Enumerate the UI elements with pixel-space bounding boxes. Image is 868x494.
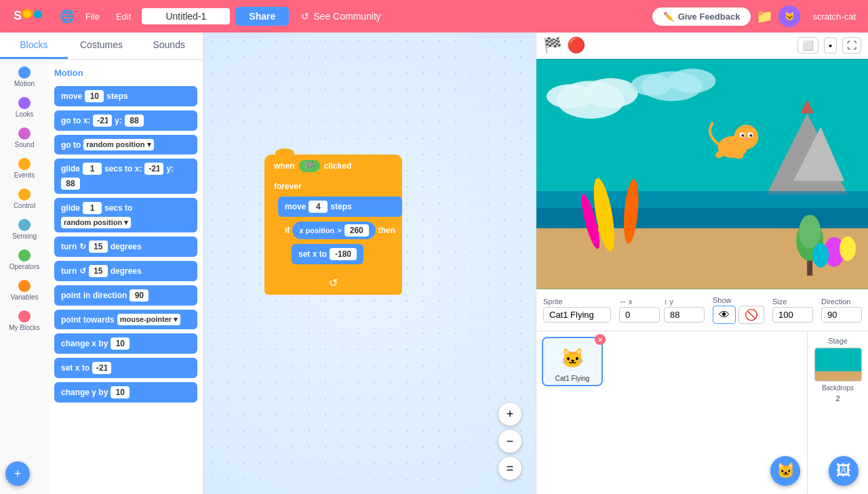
show-buttons: 👁 🚫 [713, 306, 764, 324]
edit-menu-button[interactable]: Edit [111, 9, 136, 24]
add-backdrop-button[interactable]: 🖼 [829, 456, 859, 486]
stage-fullscreen-button[interactable]: ⛶ [842, 37, 861, 54]
stage-thumbnail[interactable] [814, 348, 862, 382]
stop-button[interactable]: 🔴 [567, 37, 585, 54]
turn-cw-input[interactable] [89, 241, 108, 253]
block-point-direction[interactable]: point in direction [54, 285, 197, 306]
glide-x-input[interactable] [144, 163, 163, 175]
svg-point-3 [42, 12, 47, 17]
sidebar-item-motion[interactable]: Motion [3, 62, 46, 91]
sidebar-item-control[interactable]: Control [3, 184, 46, 213]
green-flag-button[interactable]: 🏁 [543, 37, 561, 54]
blocks-list: Motion move steps go to x: y: go to [49, 60, 203, 494]
sidebar-item-events[interactable]: Events [3, 154, 46, 183]
block-glide-pos[interactable]: glide secs to random position ▾ [54, 198, 197, 232]
cat-icon: 🐱 [776, 462, 795, 480]
point-towards-dropdown[interactable]: mouse-pointer ▾ [117, 314, 180, 325]
change-x-input[interactable] [111, 337, 130, 350]
tab-sounds[interactable]: Sounds [135, 33, 203, 59]
sprite-direction-input[interactable] [821, 307, 862, 323]
tab-costumes[interactable]: Costumes [68, 33, 136, 59]
move-block[interactable]: move steps [278, 197, 402, 217]
block-change-x[interactable]: change x by [54, 333, 197, 354]
condition-value-input[interactable] [344, 224, 369, 236]
sprite-size-input[interactable] [772, 307, 813, 323]
myblocks-label: My Blocks [9, 324, 40, 331]
block-glide-xy[interactable]: glide secs to x: y: [54, 159, 197, 194]
project-title-input[interactable] [142, 8, 230, 24]
scratch-logo[interactable]: S [5, 2, 54, 31]
block-turn-ccw[interactable]: turn ↺ degrees [54, 261, 197, 281]
see-community-button[interactable]: ↺ See Community [294, 8, 388, 24]
block-point-towards[interactable]: point towards mouse-pointer ▾ [54, 310, 197, 329]
sidebar-item-sound[interactable]: Sound [3, 123, 46, 152]
see-community-label: See Community [313, 11, 381, 22]
glide-y-input[interactable] [61, 178, 80, 190]
forever-block[interactable]: forever [264, 178, 402, 195]
looks-dot [18, 97, 31, 109]
stage-preview [536, 59, 868, 289]
block-turn-cw[interactable]: turn ↻ degrees [54, 236, 197, 257]
sync-icon: ↺ [301, 11, 309, 22]
if-header[interactable]: if x position > then [278, 218, 402, 243]
turn-ccw-input[interactable] [89, 265, 108, 277]
block-go-to[interactable]: go to random position ▾ [54, 135, 197, 155]
sprite-close-button[interactable]: ✕ [595, 334, 606, 345]
stage-small-mode-button[interactable]: ⬜ [797, 37, 818, 54]
add-extension-button[interactable]: + [5, 461, 30, 486]
hide-button[interactable]: 🚫 [738, 306, 764, 324]
zoom-in-button[interactable]: + [498, 402, 522, 426]
add-sprite-button[interactable]: 🐱 [770, 456, 800, 486]
sidebar-item-sensing[interactable]: Sensing [3, 215, 46, 244]
set-x-block[interactable]: set x to [292, 244, 363, 264]
share-button[interactable]: Share [235, 7, 289, 26]
give-feedback-button[interactable]: ✏️ Give Feedback [652, 7, 751, 26]
block-move-steps[interactable]: move steps [54, 86, 197, 106]
condition-block[interactable]: x position > [292, 222, 375, 239]
sprite-y-input[interactable] [664, 307, 705, 323]
sprite-xy-section: ↔ x ↕ y [619, 297, 705, 323]
folder-button[interactable]: 📁 [756, 8, 773, 24]
show-button[interactable]: 👁 [713, 306, 736, 324]
sprite-x-input[interactable] [619, 307, 660, 323]
username-button[interactable]: scratch-cat [806, 9, 863, 24]
script-container: when 🏁 clicked forever [264, 155, 402, 295]
glide2-secs-input[interactable] [83, 202, 102, 214]
globe-button[interactable]: 🌐 [60, 9, 75, 24]
go-y-input[interactable] [125, 115, 144, 127]
go-x-input[interactable] [93, 115, 112, 127]
move-steps-script-input[interactable] [309, 201, 328, 213]
zoom-out-button[interactable]: − [498, 429, 522, 453]
move-steps-input[interactable] [85, 90, 104, 102]
svg-point-7 [547, 84, 594, 108]
set-x-script-input[interactable] [330, 248, 357, 260]
glide-pos-dropdown[interactable]: random position ▾ [61, 217, 131, 228]
sidebar-item-looks[interactable]: Looks [3, 93, 46, 122]
if-body: set x to [278, 243, 402, 266]
operators-dot [18, 249, 31, 262]
zoom-reset-button[interactable]: = [498, 456, 522, 480]
variables-dot [18, 280, 31, 292]
hat-block[interactable]: when 🏁 clicked [264, 155, 402, 178]
sidebar-item-operators[interactable]: Operators [3, 245, 46, 274]
sidebar-item-myblocks[interactable]: My Blocks [3, 306, 46, 335]
block-set-x[interactable]: set x to [54, 358, 197, 378]
svg-point-27 [734, 125, 758, 149]
block-go-to-xy[interactable]: go to x: y: [54, 110, 197, 131]
block-change-y[interactable]: change y by [54, 382, 197, 403]
glide-secs-input[interactable] [83, 163, 102, 175]
tab-blocks[interactable]: Blocks [0, 33, 68, 59]
blocks-content: Motion Looks Sound Events Control [0, 60, 203, 494]
motion-dot [18, 66, 31, 79]
set-x-input[interactable] [92, 362, 111, 374]
stage-normal-mode-button[interactable]: ▪ [824, 37, 837, 54]
point-dir-input[interactable] [130, 289, 149, 302]
go-to-dropdown[interactable]: random position ▾ [83, 139, 153, 150]
sprite-name-input[interactable] [543, 307, 611, 323]
code-area[interactable]: when 🏁 clicked forever [203, 33, 536, 494]
file-menu-button[interactable]: File [80, 9, 105, 24]
sprite-card-cat1flying[interactable]: ✕ 🐱 Cat1 Flying [542, 337, 603, 386]
control-dot [18, 188, 31, 201]
sidebar-item-variables[interactable]: Variables [3, 276, 46, 305]
change-y-input[interactable] [111, 386, 130, 398]
